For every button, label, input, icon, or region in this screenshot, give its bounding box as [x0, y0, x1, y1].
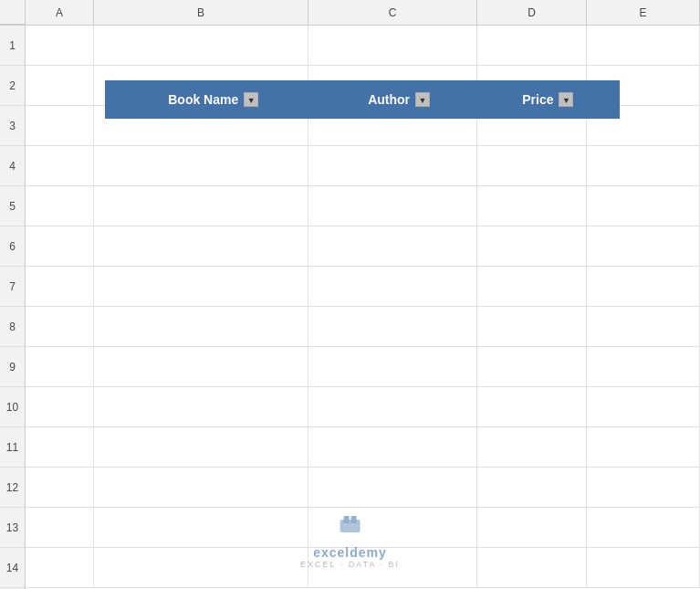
col-header-d[interactable]: D [477, 0, 587, 25]
cell-e5[interactable] [587, 186, 700, 226]
cell-e6[interactable] [587, 226, 700, 267]
cell-b4[interactable] [94, 146, 308, 186]
cell-d11[interactable] [477, 427, 587, 468]
cell-e7[interactable] [587, 267, 700, 307]
cell-a2[interactable] [26, 66, 94, 106]
cell-b8[interactable] [94, 307, 308, 347]
cell-b6[interactable] [94, 226, 308, 267]
cell-e9[interactable] [587, 347, 700, 387]
row-num-2[interactable]: 2 [0, 66, 25, 106]
cell-b14[interactable] [94, 548, 308, 588]
cell-c1[interactable] [308, 26, 477, 66]
row-num-12[interactable]: 12 [0, 468, 25, 508]
cell-d9[interactable] [477, 347, 587, 387]
cell-a14[interactable] [26, 548, 94, 588]
cell-d12[interactable] [477, 468, 587, 508]
row-num-9[interactable]: 9 [0, 347, 25, 387]
cell-c12[interactable] [308, 468, 477, 508]
book-name-dropdown-icon[interactable]: ▼ [244, 92, 258, 107]
cell-e8[interactable] [587, 307, 700, 347]
cell-a12[interactable] [26, 468, 94, 508]
column-headers: A B C D E [0, 0, 700, 26]
cell-d4[interactable] [477, 146, 587, 186]
author-dropdown-icon[interactable]: ▼ [415, 92, 430, 107]
cell-b5[interactable] [94, 186, 308, 226]
cell-a1[interactable] [26, 26, 94, 66]
row-num-7[interactable]: 7 [0, 267, 25, 307]
cell-b9[interactable] [94, 347, 308, 387]
row-numbers: 1 2 3 4 5 6 7 8 9 10 11 12 13 14 [0, 26, 26, 589]
row-num-4[interactable]: 4 [0, 146, 25, 186]
cell-e4[interactable] [587, 146, 700, 186]
cell-c11[interactable] [308, 427, 477, 468]
book-name-header-label: Book Name [168, 92, 238, 107]
cell-a11[interactable] [26, 427, 94, 468]
cell-a3[interactable] [26, 106, 94, 146]
cell-a6[interactable] [26, 226, 94, 267]
row-num-3[interactable]: 3 [0, 106, 25, 146]
cell-d5[interactable] [477, 186, 587, 226]
grid-row-9 [26, 347, 700, 387]
col-header-a[interactable]: A [26, 0, 94, 25]
cell-d7[interactable] [477, 267, 587, 307]
row-num-14[interactable]: 14 [0, 548, 25, 588]
price-header[interactable]: Price ▼ [478, 83, 617, 117]
cell-c6[interactable] [308, 226, 477, 267]
corner-cell [0, 0, 26, 25]
cell-d13[interactable] [477, 508, 587, 548]
cell-a5[interactable] [26, 186, 94, 226]
cell-e1[interactable] [587, 26, 700, 66]
table-header-row: Book Name ▼ Author ▼ Price ▼ [108, 83, 618, 117]
row-num-5[interactable]: 5 [0, 186, 25, 226]
cell-d10[interactable] [477, 387, 587, 427]
cell-e11[interactable] [587, 427, 700, 468]
cell-b7[interactable] [94, 267, 308, 307]
cell-e10[interactable] [587, 387, 700, 427]
cell-b12[interactable] [94, 468, 308, 508]
cell-a7[interactable] [26, 267, 94, 307]
row-num-11[interactable]: 11 [0, 427, 25, 468]
row-num-8[interactable]: 8 [0, 307, 25, 347]
row-num-1[interactable]: 1 [0, 26, 25, 66]
watermark-name: exceldemy [313, 545, 387, 560]
cell-e14[interactable] [587, 548, 700, 588]
row-num-6[interactable]: 6 [0, 226, 25, 267]
cell-a9[interactable] [26, 347, 94, 387]
cell-b13[interactable] [94, 508, 308, 548]
svg-rect-2 [350, 516, 356, 523]
author-header-label: Author [368, 92, 410, 107]
grid-row-6 [26, 226, 700, 267]
row-num-10[interactable]: 10 [0, 387, 25, 427]
col-header-c[interactable]: C [308, 0, 477, 25]
cell-c5[interactable] [308, 186, 477, 226]
cell-a8[interactable] [26, 307, 94, 347]
col-header-e[interactable]: E [587, 0, 700, 25]
cell-e13[interactable] [587, 508, 700, 548]
cell-c7[interactable] [308, 267, 477, 307]
cell-d6[interactable] [477, 226, 587, 267]
cell-d8[interactable] [477, 307, 587, 347]
price-header-label: Price [522, 92, 553, 107]
cell-c8[interactable] [308, 307, 477, 347]
author-header[interactable]: Author ▼ [319, 83, 478, 117]
book-name-header[interactable]: Book Name ▼ [108, 83, 320, 117]
cell-d1[interactable] [477, 26, 587, 66]
price-dropdown-icon[interactable]: ▼ [559, 92, 573, 107]
cell-c4[interactable] [308, 146, 477, 186]
grid-row-11 [26, 427, 700, 468]
row-num-13[interactable]: 13 [0, 508, 25, 548]
grid-row-7 [26, 267, 700, 307]
cell-b1[interactable] [94, 26, 308, 66]
cell-b11[interactable] [94, 427, 308, 468]
cell-c10[interactable] [308, 387, 477, 427]
cell-e12[interactable] [587, 468, 700, 508]
data-table: Book Name ▼ Author ▼ Price ▼ [105, 80, 620, 119]
cell-c9[interactable] [308, 347, 477, 387]
cell-a13[interactable] [26, 508, 94, 548]
cell-b10[interactable] [94, 387, 308, 427]
cell-d14[interactable] [477, 548, 587, 588]
svg-rect-1 [343, 516, 349, 523]
cell-a4[interactable] [26, 146, 94, 186]
col-header-b[interactable]: B [94, 0, 308, 25]
cell-a10[interactable] [26, 387, 94, 427]
